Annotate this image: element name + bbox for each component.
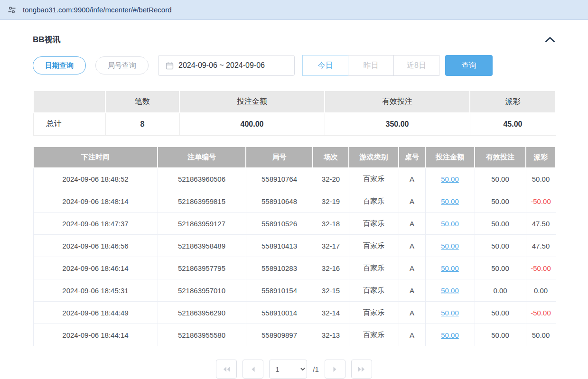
- cell-order-no: 521863955580: [158, 324, 246, 346]
- page-number-select[interactable]: 1: [269, 360, 307, 379]
- bet-amount-link[interactable]: 50.00: [441, 197, 459, 205]
- cell-session: 32-13: [313, 324, 349, 346]
- column-header: 投注金额: [425, 147, 475, 168]
- cell-payout: -50.00: [526, 257, 556, 279]
- last-8-days-button[interactable]: 近8日: [393, 55, 439, 76]
- browser-address-bar[interactable]: tongbao31.com:9900/infe/mcenter/#/betRec…: [0, 0, 588, 20]
- cell-order-no: 521863959127: [158, 213, 246, 235]
- cell-time: 2024-09-06 18:46:14: [33, 257, 158, 279]
- cell-order-no: 521863956290: [158, 302, 246, 324]
- cell-bet: 50.00: [425, 213, 475, 235]
- cell-bet: 50.00: [425, 257, 475, 279]
- summary-payout-value: 45.00: [470, 113, 556, 135]
- cell-valid: 50.00: [475, 302, 526, 324]
- cell-order-no: 521863960506: [158, 168, 246, 190]
- cell-payout: 50.00: [526, 168, 556, 190]
- cell-game-type: 百家乐: [349, 257, 399, 279]
- cell-round-no: 558910526: [246, 213, 313, 235]
- cell-session: 32-20: [313, 168, 349, 190]
- search-button[interactable]: 查询: [445, 55, 493, 76]
- page-title: BB视讯: [33, 34, 61, 45]
- cell-session: 32-16: [313, 257, 349, 279]
- table-row: 2024-09-06 18:45:31521863957010558910154…: [33, 279, 556, 302]
- arrow-left-icon: [251, 366, 255, 372]
- column-header: 有效投注: [475, 147, 526, 168]
- date-query-button[interactable]: 日期查询: [33, 56, 86, 74]
- cell-bet: 50.00: [425, 324, 475, 346]
- cell-valid: 50.00: [475, 257, 526, 279]
- cell-payout: 0.00: [526, 279, 556, 302]
- cell-order-no: 521863957010: [158, 279, 246, 302]
- bet-amount-link[interactable]: 50.00: [441, 331, 459, 339]
- table-row: 2024-09-06 18:44:49521863956290558910014…: [33, 302, 556, 324]
- cell-table-no: A: [399, 213, 425, 235]
- chevron-up-icon: [545, 37, 555, 43]
- summary-total-row: 总计 8 400.00 350.00 45.00: [33, 113, 556, 135]
- double-arrow-right-icon: [357, 366, 365, 372]
- cell-valid: 50.00: [475, 324, 526, 346]
- date-range-picker[interactable]: 2024-09-06 ~ 2024-09-06: [158, 55, 295, 76]
- cell-table-no: A: [399, 279, 425, 302]
- cell-time: 2024-09-06 18:44:49: [33, 302, 158, 324]
- yesterday-button[interactable]: 昨日: [348, 55, 394, 76]
- summary-total-label: 总计: [33, 113, 105, 135]
- cell-valid: 0.00: [475, 279, 526, 302]
- cell-valid: 50.00: [475, 168, 526, 190]
- column-header: 桌号: [399, 147, 425, 168]
- cell-round-no: 558910283: [246, 257, 313, 279]
- table-row: 2024-09-06 18:48:52521863960506558910764…: [33, 168, 556, 190]
- cell-game-type: 百家乐: [349, 168, 399, 190]
- table-row: 2024-09-06 18:46:14521863957795558910283…: [33, 257, 556, 279]
- double-arrow-left-icon: [223, 366, 231, 372]
- cell-round-no: 558910764: [246, 168, 313, 190]
- first-page-button[interactable]: [216, 360, 237, 379]
- today-button[interactable]: 今日: [302, 55, 348, 76]
- column-header: 局号: [246, 147, 313, 168]
- cell-bet: 50.00: [425, 190, 475, 213]
- page-header: BB视讯: [33, 20, 555, 55]
- bet-amount-link[interactable]: 50.00: [441, 220, 459, 228]
- summary-header-count: 笔数: [105, 91, 179, 113]
- cell-session: 32-14: [313, 302, 349, 324]
- quick-date-group: 今日 昨日 近8日: [302, 55, 439, 76]
- cell-bet: 50.00: [425, 279, 475, 302]
- bet-amount-link[interactable]: 50.00: [441, 264, 459, 272]
- cell-bet: 50.00: [425, 302, 475, 324]
- prev-page-button[interactable]: [243, 360, 263, 379]
- cell-table-no: A: [399, 168, 425, 190]
- collapse-button[interactable]: [545, 37, 555, 43]
- bet-table-header-row: 下注时间注单编号局号场次游戏类别桌号投注金额有效投注派彩: [33, 147, 556, 168]
- summary-valid-bet-value: 350.00: [325, 113, 470, 135]
- bet-amount-link[interactable]: 50.00: [441, 175, 459, 183]
- pagination: 1 /1: [33, 360, 555, 379]
- cell-game-type: 百家乐: [349, 190, 399, 213]
- bet-amount-link[interactable]: 50.00: [441, 287, 459, 295]
- filter-toolbar: 日期查询 局号查询 2024-09-06 ~ 2024-09-06 今日 昨日 …: [33, 55, 555, 76]
- cell-order-no: 521863958489: [158, 235, 246, 257]
- cell-table-no: A: [399, 257, 425, 279]
- table-row: 2024-09-06 18:48:14521863959815558910648…: [33, 190, 556, 213]
- cell-payout: 50.00: [526, 324, 556, 346]
- bet-record-page: BB视讯 日期查询 局号查询 2024-09-06 ~ 2024-09-06: [0, 20, 588, 379]
- tune-icon[interactable]: [8, 6, 16, 14]
- cell-round-no: 558910014: [246, 302, 313, 324]
- cell-table-no: A: [399, 190, 425, 213]
- summary-count-value: 8: [105, 113, 179, 135]
- address-url[interactable]: tongbao31.com:9900/infe/mcenter/#/betRec…: [23, 6, 172, 14]
- summary-header-empty: [33, 91, 105, 113]
- cell-game-type: 百家乐: [349, 279, 399, 302]
- table-row: 2024-09-06 18:47:37521863959127558910526…: [33, 213, 556, 235]
- cell-round-no: 558910648: [246, 190, 313, 213]
- cell-payout: 47.50: [526, 235, 556, 257]
- summary-header-payout: 派彩: [470, 91, 556, 113]
- cell-round-no: 558909897: [246, 324, 313, 346]
- summary-header-bet-amount: 投注金额: [179, 91, 325, 113]
- last-page-button[interactable]: [351, 360, 372, 379]
- summary-header-valid-bet: 有效投注: [325, 91, 470, 113]
- bet-amount-link[interactable]: 50.00: [441, 242, 459, 250]
- cell-time: 2024-09-06 18:44:14: [33, 324, 158, 346]
- round-query-button[interactable]: 局号查询: [95, 56, 149, 74]
- next-page-button[interactable]: [325, 360, 345, 379]
- bet-amount-link[interactable]: 50.00: [441, 309, 459, 317]
- cell-game-type: 百家乐: [349, 302, 399, 324]
